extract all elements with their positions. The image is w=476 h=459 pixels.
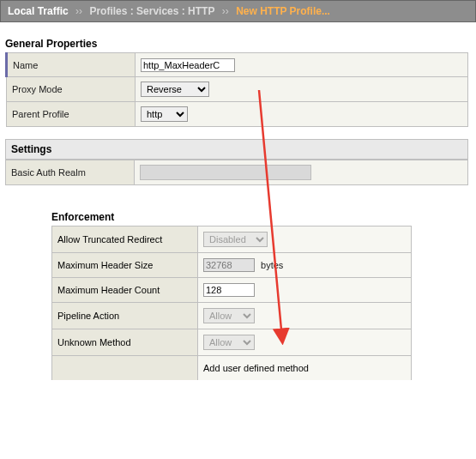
breadcrumb-sep-2: ›› xyxy=(222,5,229,17)
settings-table: Basic Auth Realm xyxy=(5,160,468,185)
basic-auth-realm-input xyxy=(140,165,311,180)
name-input[interactable] xyxy=(141,58,235,72)
allow-truncated-redirect-label: Allow Truncated Redirect xyxy=(52,226,198,253)
breadcrumb-current: New HTTP Profile... xyxy=(236,5,330,17)
add-user-defined-method-label: Add user defined method xyxy=(198,356,412,380)
max-header-size-label: Maximum Header Size xyxy=(52,253,198,278)
allow-truncated-redirect-select: Disabled xyxy=(203,232,268,247)
basic-auth-realm-label: Basic Auth Realm xyxy=(6,160,135,185)
max-header-count-input[interactable] xyxy=(203,283,255,297)
parent-profile-select[interactable]: http xyxy=(141,106,188,122)
parent-profile-label: Parent Profile xyxy=(7,102,136,127)
enforcement-spacer xyxy=(52,356,198,380)
breadcrumb: Local Traffic ›› Profiles : Services : H… xyxy=(0,0,476,22)
breadcrumb-sep-1: ›› xyxy=(75,5,82,17)
max-header-size-input xyxy=(203,258,255,272)
name-label: Name xyxy=(7,53,136,77)
pipeline-action-label: Pipeline Action xyxy=(52,303,198,329)
general-properties-title: General Properties xyxy=(5,38,476,50)
pipeline-action-select: Allow xyxy=(203,308,255,323)
breadcrumb-root[interactable]: Local Traffic xyxy=(8,5,69,17)
general-properties-table: Name Proxy Mode Reverse Parent Profile h… xyxy=(5,52,468,127)
proxy-mode-label: Proxy Mode xyxy=(7,77,136,102)
unknown-method-select: Allow xyxy=(203,335,255,350)
max-header-size-unit: bytes xyxy=(261,260,283,270)
settings-title: Settings xyxy=(5,139,468,160)
proxy-mode-select[interactable]: Reverse xyxy=(141,82,209,97)
enforcement-table: Allow Truncated Redirect Disabled Maximu… xyxy=(51,226,412,380)
enforcement-title: Enforcement xyxy=(51,211,412,223)
unknown-method-label: Unknown Method xyxy=(52,329,198,356)
breadcrumb-path[interactable]: Profiles : Services : HTTP xyxy=(89,5,214,17)
max-header-count-label: Maximum Header Count xyxy=(52,278,198,303)
